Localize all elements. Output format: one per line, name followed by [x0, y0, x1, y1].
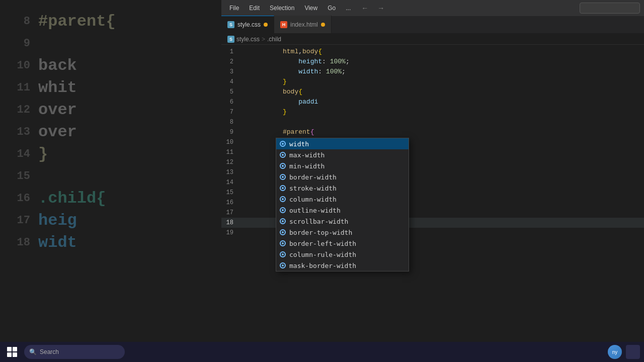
breadcrumb-file[interactable]: style.css [236, 36, 260, 43]
breadcrumb-separator: > [262, 36, 265, 43]
html-file-icon: H [280, 21, 287, 28]
title-search-box[interactable] [580, 3, 640, 14]
tab-index-html-label: index.html [290, 21, 318, 28]
forward-button[interactable]: → [375, 2, 387, 14]
menu-edit[interactable]: Edit [245, 3, 264, 14]
breadcrumb-css-icon: S [227, 36, 234, 43]
breadcrumb: S style.css > .child [221, 34, 644, 45]
ac-item-column-width[interactable]: column-width [276, 194, 409, 205]
background-code: 8 #parent{ 9 10 back 11 whit 12 over 13 … [0, 0, 221, 362]
ac-label-scrollbar-width: scrollbar-width [289, 218, 406, 225]
menu-selection[interactable]: Selection [266, 3, 298, 14]
ac-property-icon-column-rule-width [279, 251, 286, 258]
ac-item-border-top-width[interactable]: border-top-width [276, 227, 409, 238]
menu-more[interactable]: ... [342, 3, 355, 14]
ac-property-icon-border-left-width [279, 240, 286, 247]
ac-property-icon-outline-width [279, 207, 286, 214]
tab-index-html[interactable]: H index.html [274, 16, 332, 33]
ac-label-max-width: max-width [289, 151, 406, 159]
css-file-icon: S [227, 21, 234, 28]
ac-property-icon-column-width [279, 196, 286, 203]
ac-label-width: width [289, 140, 406, 148]
ac-property-icon-min-width [279, 162, 286, 169]
tab-style-css[interactable]: S style.css [221, 16, 274, 33]
ac-property-icon-border-width [279, 173, 286, 180]
menu-go[interactable]: Go [324, 3, 340, 14]
code-area[interactable]: 1 html,body{ 2 height: 100%; 3 width: 10… [221, 45, 644, 351]
taskbar-search[interactable]: 🔍 Search [24, 345, 125, 359]
ac-label-column-rule-width: column-rule-width [289, 251, 406, 258]
search-icon: 🔍 [29, 348, 37, 355]
code-line-7: 7 } [221, 107, 644, 117]
ac-item-border-width[interactable]: border-width [276, 171, 409, 183]
editor-panel: File Edit Selection View Go ... ← → S st… [221, 0, 644, 362]
user-avatar[interactable]: ny [608, 345, 622, 359]
ac-property-icon-mask-border-width [279, 262, 286, 269]
ac-item-width[interactable]: width [276, 138, 409, 149]
ac-item-min-width[interactable]: min-width [276, 160, 409, 171]
ac-label-min-width: min-width [289, 162, 406, 170]
ac-label-border-width: border-width [289, 173, 406, 181]
ac-label-border-top-width: border-top-width [289, 229, 406, 236]
ac-label-outline-width: outline-width [289, 207, 406, 214]
ac-property-icon-stroke-width [279, 185, 286, 192]
title-bar: File Edit Selection View Go ... ← → [221, 0, 644, 16]
ac-label-mask-border-width: mask-border-width [289, 262, 406, 269]
ac-item-border-left-width[interactable]: border-left-width [276, 238, 409, 249]
taskbar-app-button[interactable] [626, 345, 640, 359]
menu-file[interactable]: File [225, 3, 243, 14]
tabs-bar: S style.css H index.html [221, 16, 644, 34]
windows-logo [7, 347, 17, 357]
autocomplete-dropdown[interactable]: width max-width min-width border-width [276, 138, 409, 272]
ac-item-column-rule-width[interactable]: column-rule-width [276, 249, 409, 260]
ac-property-icon-border-top-width [279, 229, 286, 236]
ac-label-column-width: column-width [289, 196, 406, 203]
ac-property-icon-max-width [279, 151, 286, 158]
taskbar-right: ny [608, 345, 640, 359]
ac-property-icon-scrollbar-width [279, 218, 286, 225]
ac-item-max-width[interactable]: max-width [276, 149, 409, 160]
ac-property-icon-width [279, 140, 286, 147]
ac-item-scrollbar-width[interactable]: scrollbar-width [276, 216, 409, 227]
tab-style-css-label: style.css [237, 21, 261, 28]
ac-item-stroke-width[interactable]: stroke-width [276, 183, 409, 194]
taskbar: 🔍 Search ny [0, 342, 644, 362]
back-button[interactable]: ← [359, 2, 371, 14]
ac-label-border-left-width: border-left-width [289, 240, 406, 247]
menu-view[interactable]: View [300, 3, 321, 14]
avatar-initials: ny [612, 349, 618, 355]
search-label: Search [40, 348, 59, 355]
ac-item-mask-border-width[interactable]: mask-border-width [276, 260, 409, 271]
tab-html-modified-dot [321, 23, 325, 27]
breadcrumb-selector[interactable]: .child [267, 36, 281, 43]
ac-label-stroke-width: stroke-width [289, 185, 406, 192]
ac-item-outline-width[interactable]: outline-width [276, 205, 409, 216]
start-button[interactable] [4, 344, 20, 360]
tab-modified-dot [264, 23, 268, 27]
